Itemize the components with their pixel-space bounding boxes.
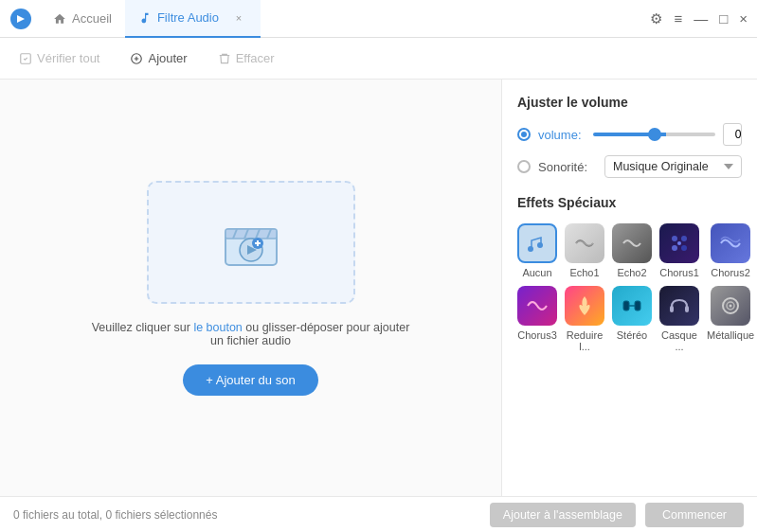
left-panel: Veuillez cliquer sur le bouton ou glisse… bbox=[0, 80, 501, 496]
status-text: 0 fichiers au total, 0 fichiers sélectio… bbox=[13, 508, 217, 522]
effect-aucun-thumb bbox=[517, 223, 557, 263]
action-buttons: Ajouter à l'assemblage Commencer bbox=[490, 503, 744, 527]
effect-stereo-thumb bbox=[612, 286, 652, 326]
volume-slider[interactable] bbox=[593, 133, 715, 136]
effect-casque[interactable]: Casque ... bbox=[659, 286, 699, 352]
effect-chorus1-label: Chorus1 bbox=[659, 267, 699, 278]
effect-echo2-label: Echo2 bbox=[617, 267, 646, 278]
effect-chorus2-label: Chorus2 bbox=[711, 267, 750, 278]
statusbar: 0 fichiers au total, 0 fichiers sélectio… bbox=[0, 496, 757, 532]
svg-point-14 bbox=[528, 246, 533, 252]
delete-label: Effacer bbox=[236, 51, 275, 65]
delete-button: Effacer bbox=[212, 47, 280, 69]
svg-point-18 bbox=[672, 245, 677, 251]
sonority-select[interactable]: Musique Originale Pop Rock Jazz Classica… bbox=[604, 155, 742, 178]
effect-echo1-thumb bbox=[565, 223, 604, 263]
effect-reduire-label: Reduire l... bbox=[565, 329, 604, 352]
maximize-button[interactable]: □ bbox=[719, 10, 728, 27]
svg-point-15 bbox=[537, 242, 543, 248]
tab-home[interactable]: Accueil bbox=[40, 0, 125, 38]
toolbar: Vérifier tout Ajouter Effacer bbox=[0, 38, 757, 80]
app-logo bbox=[9, 8, 32, 30]
volume-input-box: ▲ ▼ bbox=[723, 123, 742, 146]
sonority-radio[interactable] bbox=[517, 160, 531, 173]
drop-area[interactable] bbox=[147, 181, 355, 304]
effect-chorus3[interactable]: Chorus3 bbox=[517, 286, 557, 352]
effect-reduire[interactable]: Reduire l... bbox=[565, 286, 604, 352]
effect-casque-thumb bbox=[659, 286, 699, 326]
svg-point-16 bbox=[672, 236, 677, 241]
add-button[interactable]: Ajouter bbox=[124, 47, 192, 69]
radio-inner bbox=[521, 132, 527, 137]
svg-rect-24 bbox=[670, 306, 674, 312]
add-sound-label: + Ajouter du son bbox=[206, 373, 295, 387]
svg-rect-21 bbox=[623, 301, 629, 310]
main-layout: Veuillez cliquer sur le bouton ou glisse… bbox=[0, 80, 757, 496]
effect-stereo[interactable]: Stéréo bbox=[612, 286, 652, 352]
volume-number-input[interactable] bbox=[724, 126, 742, 143]
effect-metallique[interactable]: Métallique bbox=[707, 286, 754, 352]
svg-point-17 bbox=[681, 236, 687, 241]
svg-rect-25 bbox=[685, 306, 689, 312]
tab-home-label: Accueil bbox=[72, 11, 112, 26]
effect-chorus2[interactable]: Chorus2 bbox=[707, 223, 754, 278]
svg-rect-22 bbox=[635, 301, 640, 310]
volume-row: volume: ▲ ▼ bbox=[517, 123, 742, 146]
svg-point-19 bbox=[681, 245, 687, 251]
svg-point-20 bbox=[677, 241, 681, 245]
drop-hint: Veuillez cliquer sur le bouton ou glisse… bbox=[90, 321, 412, 347]
effect-reduire-thumb bbox=[565, 286, 604, 326]
sonority-row: Sonorité: Musique Originale Pop Rock Jaz… bbox=[517, 155, 742, 178]
effect-echo1[interactable]: Echo1 bbox=[565, 223, 604, 278]
effect-chorus3-thumb bbox=[517, 286, 557, 326]
effect-chorus3-label: Chorus3 bbox=[517, 329, 557, 341]
tab-active-label: Filtre Audio bbox=[157, 10, 219, 25]
verify-label: Vérifier tout bbox=[37, 51, 99, 65]
effect-echo1-label: Echo1 bbox=[569, 267, 599, 278]
right-panel: Ajuster le volume volume: ▲ ▼ Sonorité: … bbox=[501, 80, 757, 496]
effects-section-title: Effets Spéciaux bbox=[517, 195, 742, 210]
assemble-button: Ajouter à l'assemblage bbox=[490, 503, 636, 527]
titlebar: Accueil Filtre Audio × ⚙ ≡ — □ × bbox=[0, 0, 757, 38]
effect-chorus1[interactable]: Chorus1 bbox=[659, 223, 699, 278]
add-sound-button[interactable]: + Ajouter du son bbox=[183, 364, 317, 396]
effect-echo2-thumb bbox=[612, 223, 652, 263]
effect-aucun[interactable]: Aucun bbox=[517, 223, 557, 278]
volume-label: volume: bbox=[538, 128, 586, 142]
verify-all-button: Vérifier tout bbox=[13, 47, 105, 69]
volume-radio[interactable] bbox=[517, 128, 531, 141]
effect-casque-label: Casque ... bbox=[659, 329, 699, 352]
effect-aucun-label: Aucun bbox=[522, 267, 551, 278]
tab-close-button[interactable]: × bbox=[230, 9, 247, 27]
minimize-button[interactable]: — bbox=[694, 10, 708, 27]
sonority-label: Sonorité: bbox=[538, 160, 597, 174]
svg-point-28 bbox=[730, 305, 732, 308]
effects-grid: Aucun Echo1 Echo2 bbox=[517, 223, 742, 352]
effect-chorus2-thumb bbox=[711, 223, 750, 263]
start-button: Commencer bbox=[645, 503, 744, 527]
titlebar-controls: ⚙ ≡ — □ × bbox=[650, 10, 748, 27]
close-button[interactable]: × bbox=[739, 10, 748, 27]
effect-metallique-thumb bbox=[711, 286, 750, 326]
effect-stereo-label: Stéréo bbox=[617, 329, 647, 341]
effect-chorus1-thumb bbox=[659, 223, 699, 263]
menu-icon[interactable]: ≡ bbox=[674, 10, 682, 27]
effect-echo2[interactable]: Echo2 bbox=[612, 223, 652, 278]
volume-section-title: Ajuster le volume bbox=[517, 95, 742, 110]
settings-icon[interactable]: ⚙ bbox=[650, 10, 662, 27]
effect-metallique-label: Métallique bbox=[707, 329, 754, 341]
add-label: Ajouter bbox=[148, 51, 187, 65]
tab-filtre-audio[interactable]: Filtre Audio × bbox=[125, 0, 261, 38]
